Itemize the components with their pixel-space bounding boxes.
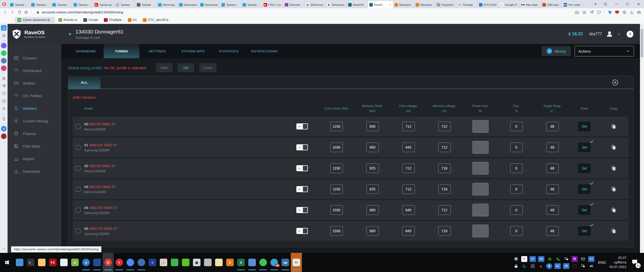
row-set-button[interactable]: Set [578,205,591,215]
enabled-toggle[interactable]: on [296,207,308,213]
fan-input[interactable]: 0 [510,163,523,173]
tab-hardware[interactable]: HARDWARE [68,44,104,58]
row-copy-button[interactable] [598,186,629,192]
favorites-heart-icon[interactable] [1,91,7,96]
fan-input[interactable]: 0 [510,122,523,131]
user-menu-chevron-icon[interactable] [617,32,621,36]
memory-voltage-input[interactable]: 718 [438,226,451,236]
minimize-button[interactable] [611,0,622,8]
browser-tab[interactable]: BWКак пере [520,1,541,8]
tab-search-icon[interactable] [600,0,611,8]
screen-share-icon[interactable] [615,10,619,14]
browser-tab[interactable]: ETC/USDT [477,1,499,8]
browser-tab[interactable]: ЖПочему [456,1,477,8]
filezilla-app-button[interactable]: FZ [47,253,58,272]
target-temp-input[interactable]: 48 [546,122,559,131]
memory-voltage-input[interactable]: 712 [438,205,451,215]
memory-clock-input[interactable]: 930 [366,122,379,131]
more-options-icon[interactable] [1,246,7,252]
calc-app-button[interactable]: ▦ [191,253,202,272]
core-clock-input[interactable]: 1030 [330,143,343,152]
folder-app-button[interactable] [36,253,47,272]
sidebar-item-pool-stats[interactable]: Pool Stats [8,140,61,152]
language-indicator[interactable]: ENG [598,260,606,264]
capture-tray-icon[interactable] [572,263,578,269]
tab-close-icon[interactable] [389,3,391,6]
whatsapp-app-button[interactable] [258,253,269,272]
memory-clock-input[interactable]: 900 [366,226,379,236]
browser-tab[interactable]: Трекер :: [51,1,72,8]
new-tab-button[interactable]: + [591,0,600,8]
row-checkbox[interactable] [76,208,80,213]
counter-badge-41b[interactable]: 41 [554,263,561,269]
browser-tab[interactable]: Разработ [435,1,456,8]
adblock-icon[interactable] [582,10,586,14]
fan-input[interactable]: 0 [510,205,523,215]
display-tray-icon[interactable] [563,256,569,262]
sidebar-item-workers[interactable]: Workers [8,102,61,115]
target-temp-input[interactable]: 48 [546,184,559,194]
sidebar-item-oc-profiles[interactable]: OC Profiles [8,89,61,102]
bookmark-item[interactable]: Vscale [81,17,100,23]
browser-tab[interactable]: Капитали [178,1,199,8]
phone-link-tray-icon[interactable] [555,256,561,262]
sphere-app-button[interactable] [14,253,25,272]
memory-clock-input[interactable]: 900 [366,143,379,152]
pigeon-app-button[interactable] [136,253,147,272]
fan-input[interactable]: 0 [510,143,523,152]
scrollbar-thumb[interactable] [641,28,643,57]
unset-button[interactable]: Unset [199,63,217,72]
row-checkbox[interactable] [76,124,80,129]
counter-badge-56[interactable]: 56 [538,256,544,262]
snip-app-button[interactable]: ✂ [291,253,302,272]
settings-gear-icon[interactable] [1,106,7,111]
memory-clock-input[interactable]: 900 [366,205,379,215]
browser-tab[interactable]: SIM-карт [541,1,562,8]
memory-clock-input[interactable]: 925 [366,163,379,173]
browser-tab[interactable]: Трекер :: [9,1,30,8]
yandex-tray-icon[interactable]: Y [521,256,527,262]
equalizer-app-button[interactable]: ≡ [147,253,158,272]
browser-tab[interactable]: RaveC [368,1,393,8]
sidebar-item-wallets[interactable]: Wallets [8,77,61,89]
tab-system-info[interactable]: SYSTEM INFO [175,44,211,58]
browser-tab[interactable]: Трекер [135,1,156,8]
lock-tray-icon[interactable] [513,263,519,269]
camera-icon[interactable] [575,10,579,14]
actions-dropdown[interactable]: Actions [575,46,634,56]
counter-badge-39[interactable]: 39 [563,263,569,269]
mail-tray-icon[interactable] [580,256,586,262]
row-copy-button[interactable] [598,207,629,213]
bookmark-item[interactable]: FirstByte [102,17,124,23]
enabled-toggle[interactable]: on [296,123,308,129]
power-limit-input[interactable] [472,225,489,237]
view-button[interactable]: View [156,63,173,72]
volume-tray-icon[interactable] [588,263,594,269]
bookmark-item[interactable]: ETC_abc167a [141,17,171,23]
opera-app-button[interactable]: O [103,253,114,272]
page-scrollbar[interactable] [640,24,644,253]
group-tab-all[interactable]: ALL [68,76,100,89]
extension-shield-icon[interactable] [1,133,7,139]
bookmark-item[interactable]: K1 [126,17,139,23]
enabled-toggle[interactable]: on [296,228,308,234]
back-icon[interactable] [3,10,7,14]
tab-settings[interactable]: SETTINGS [139,44,175,58]
nvidia-tray-icon[interactable] [547,256,553,262]
row-copy-button[interactable] [598,144,629,150]
mouse-app-button[interactable] [202,253,213,272]
core-voltage-input[interactable]: 645 [402,143,415,152]
row-checkbox[interactable] [76,145,80,150]
speed-dial-icon[interactable] [24,11,28,14]
yandex-browser-app-button[interactable]: Y [114,253,125,272]
address-field[interactable]: accounts.raveos.com/#/private/rigs/edit/… [34,10,572,14]
row-copy-button[interactable] [598,165,629,171]
browser-tab[interactable]: Личный [283,1,304,8]
speed-dial-home-icon[interactable] [1,25,7,31]
mining-status-button[interactable]: Mining [542,46,571,56]
tab-statistics[interactable]: STATISTICS [211,44,247,58]
power-limit-input[interactable] [472,162,489,175]
raveos-logo[interactable]: RaveOS By Miners. For Miners [8,24,61,44]
s-app-button[interactable]: S [224,253,235,272]
opera-menu-icon[interactable]: O [0,0,9,8]
